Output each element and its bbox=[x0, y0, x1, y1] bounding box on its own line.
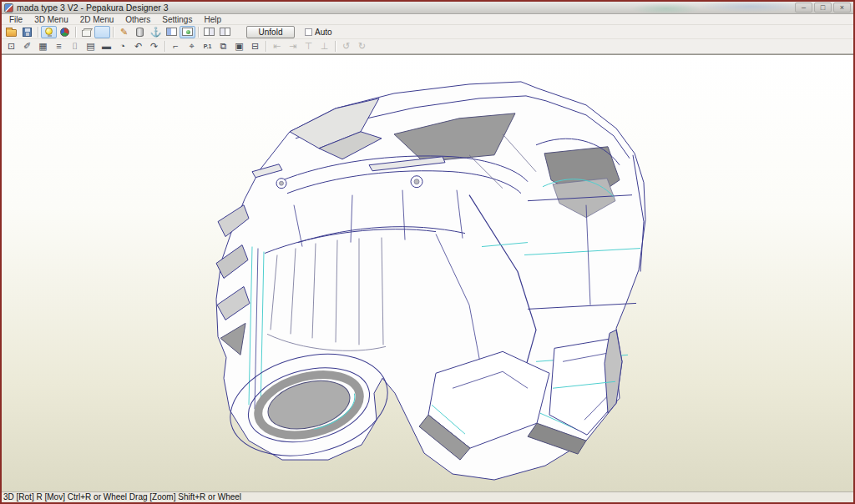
status-bar: 3D [Rot] R [Mov] Ctrl+R or Wheel Drag [Z… bbox=[2, 491, 853, 502]
unfold-button[interactable]: Unfold bbox=[246, 26, 295, 38]
layout-2d-left-icon bbox=[220, 28, 230, 36]
page-number-icon: P.1 bbox=[204, 42, 212, 51]
edit-texture-button[interactable]: ✎ bbox=[116, 26, 132, 38]
toolbar-separator bbox=[266, 41, 266, 52]
toolbar-separator bbox=[335, 41, 336, 52]
status-text: 3D [Rot] R [Mov] Ctrl+R or Wheel Drag [Z… bbox=[3, 492, 241, 501]
texture-settings-button[interactable]: ▦ bbox=[35, 40, 51, 53]
move-corner-button[interactable]: ⌐ bbox=[168, 40, 184, 53]
toolbar-2d: ⊡✐▦≡⌷▤▬◔↶↷⌐⌖P.1⧉▣⊟⇤⇥⊤⊥↺↻ bbox=[2, 39, 853, 54]
model-wireframe bbox=[2, 55, 853, 491]
layout-3d-left-icon bbox=[204, 28, 215, 36]
solid-view-button[interactable] bbox=[132, 26, 148, 38]
menu-settings[interactable]: Settings bbox=[156, 14, 198, 25]
align-top-button: ⊤ bbox=[301, 40, 316, 53]
toolbar-separator bbox=[198, 27, 199, 38]
save-file-button[interactable] bbox=[19, 26, 35, 38]
page-number-button[interactable]: P.1 bbox=[200, 40, 215, 53]
divide-part-button[interactable]: ⌷ bbox=[67, 40, 83, 53]
checkbox-label: Auto bbox=[315, 28, 332, 37]
layout-2d-left-button[interactable] bbox=[217, 26, 233, 38]
fill-color-icon: ◔ bbox=[119, 42, 125, 51]
rotate-part-button[interactable]: ⌖ bbox=[184, 40, 200, 53]
auto-unfold-checkbox[interactable]: Auto bbox=[305, 28, 332, 37]
show-image-icon: ▣ bbox=[235, 42, 243, 51]
edit-texture-icon: ✎ bbox=[120, 28, 128, 37]
divide-part-icon: ⌷ bbox=[72, 42, 78, 51]
align-bottom-button: ⊥ bbox=[316, 40, 332, 53]
undo-button[interactable]: ↶ bbox=[130, 40, 146, 53]
3d-viewport[interactable] bbox=[2, 54, 853, 491]
unfold-mode-button[interactable] bbox=[94, 26, 110, 38]
show-image-button[interactable]: ▣ bbox=[231, 40, 247, 53]
edge-color-icon: ▬ bbox=[102, 42, 111, 51]
save-file-icon bbox=[23, 28, 32, 37]
arrange-parts-icon: ⧉ bbox=[220, 42, 227, 51]
close-button[interactable]: × bbox=[833, 3, 851, 13]
maximize-button[interactable]: □ bbox=[814, 3, 832, 13]
menu-file[interactable]: File bbox=[3, 14, 28, 25]
menu-bar: File3D Menu2D MenuOthersSettingsHelp bbox=[2, 14, 853, 25]
print-setup-button[interactable]: ⊟ bbox=[247, 40, 263, 53]
toolbar-separator bbox=[164, 41, 165, 52]
anchor-view-icon: ⚓ bbox=[150, 28, 162, 37]
fill-color-button[interactable]: ◔ bbox=[114, 40, 130, 53]
align-bottom-icon: ⊥ bbox=[321, 42, 329, 51]
checkbox-box bbox=[305, 28, 312, 36]
menu-3d-menu[interactable]: 3D Menu bbox=[28, 14, 74, 25]
layout-3d-left-button[interactable] bbox=[201, 26, 217, 38]
show-box-button[interactable] bbox=[78, 26, 94, 38]
app-icon bbox=[4, 3, 13, 13]
fold-lines-button[interactable]: ≡ bbox=[51, 40, 67, 53]
select-parts-button[interactable]: ⊡ bbox=[3, 40, 19, 53]
arrange-parts-button[interactable]: ⧉ bbox=[215, 40, 231, 53]
rotate-right-icon: ↻ bbox=[358, 42, 366, 51]
redo-icon: ↷ bbox=[150, 42, 158, 51]
split-view-2d-button[interactable] bbox=[180, 26, 195, 38]
anchor-view-button[interactable]: ⚓ bbox=[148, 26, 164, 38]
light-shading-icon bbox=[45, 28, 53, 35]
edit-flaps-icon: ✐ bbox=[23, 42, 31, 51]
split-view-2d-icon bbox=[182, 28, 193, 36]
rotate-left-button: ↺ bbox=[338, 40, 354, 53]
minimize-button[interactable]: – bbox=[795, 3, 812, 13]
light-shading-button[interactable] bbox=[41, 26, 57, 38]
fold-lines-icon: ≡ bbox=[56, 42, 61, 51]
open-file-button[interactable] bbox=[3, 26, 19, 38]
align-top-icon: ⊤ bbox=[305, 42, 313, 51]
align-left-icon: ⇤ bbox=[273, 42, 281, 51]
redo-button[interactable]: ↷ bbox=[146, 40, 162, 53]
split-view-3d-button[interactable] bbox=[164, 26, 180, 38]
main-toolbar: ✎⚓UnfoldAuto bbox=[2, 25, 853, 39]
menu-help[interactable]: Help bbox=[198, 14, 227, 25]
select-parts-icon: ⊡ bbox=[8, 42, 15, 51]
rotate-part-icon: ⌖ bbox=[189, 42, 194, 51]
undo-icon: ↶ bbox=[134, 42, 142, 51]
toolbar-separator bbox=[38, 27, 38, 38]
toolbar-separator bbox=[75, 27, 76, 38]
align-right-button: ⇥ bbox=[285, 40, 301, 53]
title-bar[interactable]: mada type 3 V2 - Pepakura Designer 3 –□× bbox=[2, 2, 853, 14]
texture-view-button[interactable] bbox=[57, 26, 73, 38]
join-edges-icon: ▤ bbox=[86, 42, 94, 51]
join-edges-button[interactable]: ▤ bbox=[83, 40, 99, 53]
align-left-button: ⇤ bbox=[269, 40, 285, 53]
menu-others[interactable]: Others bbox=[119, 14, 156, 25]
open-file-icon bbox=[6, 29, 17, 37]
window-title: mada type 3 V2 - Pepakura Designer 3 bbox=[17, 3, 169, 13]
move-corner-icon: ⌐ bbox=[173, 42, 178, 51]
print-setup-icon: ⊟ bbox=[251, 42, 259, 51]
texture-view-icon bbox=[60, 28, 69, 37]
app-window: mada type 3 V2 - Pepakura Designer 3 –□×… bbox=[0, 0, 855, 504]
split-view-3d-icon bbox=[166, 28, 177, 36]
texture-settings-icon: ▦ bbox=[38, 42, 47, 51]
edit-flaps-button[interactable]: ✐ bbox=[19, 40, 35, 53]
edge-color-button[interactable]: ▬ bbox=[99, 40, 114, 53]
menu-2d-menu[interactable]: 2D Menu bbox=[74, 14, 120, 25]
solid-view-icon bbox=[136, 28, 144, 37]
show-box-icon bbox=[82, 30, 91, 37]
align-right-icon: ⇥ bbox=[289, 42, 296, 51]
window-controls: –□× bbox=[795, 3, 851, 13]
rotate-left-icon: ↺ bbox=[342, 42, 350, 51]
rotate-right-button: ↻ bbox=[354, 40, 370, 53]
